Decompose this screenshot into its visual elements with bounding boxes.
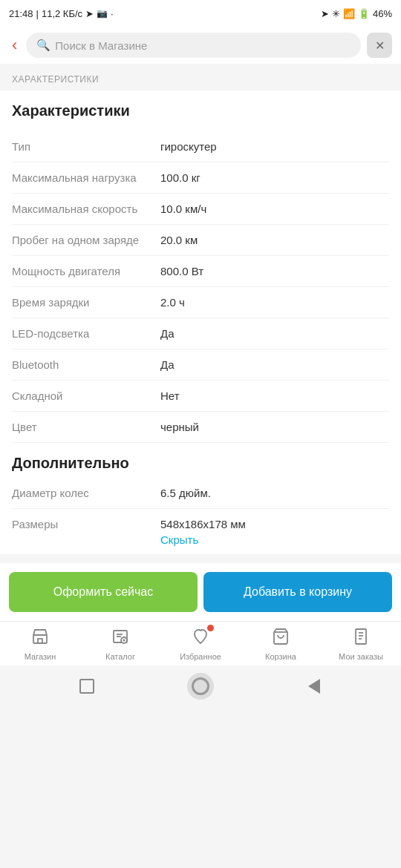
signal-icon: 📶 [343, 8, 355, 19]
time: 21:48 [9, 8, 33, 19]
android-nav [0, 665, 401, 707]
spec-row: Bluetooth Да [12, 349, 389, 381]
main-content: Характеристики Тип гироскутер Максимальн… [0, 91, 401, 554]
spec-label-2: Максимальная скорость [12, 201, 160, 217]
nav-label-favorites: Избранное [180, 652, 221, 661]
svg-rect-9 [356, 629, 366, 644]
spec-row: Пробег на одном заряде 20.0 км [12, 225, 389, 256]
spec-row: Складной Нет [12, 381, 389, 412]
battery-percent: 46% [373, 8, 392, 19]
network-info: 11,2 КБ/с [42, 8, 82, 19]
store-icon [31, 628, 49, 650]
spec-value-2: 10.0 км/ч [160, 201, 389, 217]
svg-rect-1 [38, 639, 42, 643]
spec-value-9: черный [160, 419, 389, 435]
search-bar: ‹ 🔍 Поиск в Магазине ✕ [0, 27, 401, 64]
bottom-buttons: Оформить сейчас Добавить в корзину [0, 563, 401, 621]
spec-value-size: 548х186х178 мм [160, 518, 246, 530]
spec-value-0: гироскутер [160, 139, 389, 154]
spec-label-0: Тип [12, 139, 160, 154]
spec-value-bluetooth: Да [160, 357, 389, 372]
spec-label-size: Размеры [12, 516, 160, 532]
spec-row: Время зарядки 2.0 ч [12, 287, 389, 318]
back-button[interactable]: ‹ [9, 33, 20, 58]
section-header: ХАРАКТЕРИСТИКИ [0, 64, 401, 91]
status-left: 21:48 | 11,2 КБ/с ➤ 📷 · [9, 8, 114, 19]
bluetooth-icon: ✳ [332, 8, 340, 19]
spec-label-bluetooth: Bluetooth [12, 357, 160, 372]
spec-row: Цвет черный [12, 412, 389, 443]
spec-row: LED-подсветка Да [12, 318, 389, 349]
android-home-button[interactable] [187, 673, 214, 700]
order-button[interactable]: Оформить сейчас [9, 572, 198, 612]
status-bar: 21:48 | 11,2 КБ/с ➤ 📷 · ➤ ✳ 📶 🔋 46% [0, 0, 401, 27]
spec-label-3: Пробег на одном заряде [12, 232, 160, 248]
gps-icon: ➤ [321, 8, 329, 19]
nav-item-favorites[interactable]: Избранное [178, 628, 223, 661]
spec-label-wheel: Диаметр колес [12, 485, 160, 501]
nav-label-cart: Корзина [265, 652, 296, 661]
home-circle-icon [192, 677, 209, 695]
spec-row: Тип гироскутер [12, 131, 389, 162]
nav-item-cart[interactable]: Корзина [258, 628, 303, 661]
android-back-button[interactable] [301, 673, 327, 700]
spec-label-9: Цвет [12, 419, 160, 435]
spec-value-5: 2.0 ч [160, 295, 389, 310]
nav-label-catalog: Каталог [105, 652, 135, 661]
dot-icon: · [111, 8, 114, 19]
status-right: ➤ ✳ 📶 🔋 46% [321, 8, 392, 19]
cart-button[interactable]: Добавить в корзину [203, 572, 392, 612]
search-placeholder: Поиск в Магазине [55, 39, 147, 52]
spec-value-6: Да [160, 326, 389, 341]
additional-title: Дополнительно [12, 455, 389, 472]
close-icon: ✕ [375, 39, 385, 53]
spec-value-wheel: 6.5 дюйм. [160, 485, 389, 501]
spec-value-1: 100.0 кг [160, 170, 389, 185]
orders-icon [352, 628, 370, 650]
spec-row: Диаметр колес 6.5 дюйм. [12, 478, 389, 509]
nav-label-orders: Мои заказы [339, 652, 383, 661]
spec-label-1: Максимальная нагрузка [12, 170, 160, 185]
characteristics-title: Характеристики [12, 102, 389, 119]
hide-link[interactable]: Скрыть [160, 533, 198, 546]
back-triangle-icon [308, 679, 320, 694]
network-speed: | [36, 8, 39, 19]
spec-value-8: Нет [160, 388, 389, 404]
nav-item-catalog[interactable]: Каталог [98, 628, 143, 661]
spec-label-4: Мощность двигателя [12, 263, 160, 279]
nav-item-store[interactable]: Магазин [18, 628, 62, 661]
favorites-badge [207, 625, 214, 631]
clear-button[interactable]: ✕ [367, 33, 392, 58]
spec-label-8: Складной [12, 388, 160, 404]
spec-row: Мощность двигателя 800.0 Вт [12, 256, 389, 287]
catalog-icon [111, 628, 129, 650]
battery-icon: 🔋 [358, 8, 370, 19]
spec-row: Максимальная нагрузка 100.0 кг [12, 162, 389, 194]
search-input-wrapper[interactable]: 🔍 Поиск в Магазине [26, 33, 361, 58]
cart-nav-icon [272, 628, 290, 650]
spec-row: Размеры 548х186х178 мм Скрыть [12, 509, 389, 554]
bottom-nav: Магазин Каталог Избранное [0, 621, 401, 665]
spec-row: Максимальная скорость 10.0 км/ч [12, 194, 389, 225]
nav-item-orders[interactable]: Мои заказы [339, 628, 383, 661]
home-icon [187, 673, 214, 700]
spec-label-6: LED-подсветка [12, 326, 160, 341]
spec-value-4: 800.0 Вт [160, 263, 389, 279]
spec-value-3: 20.0 км [160, 232, 389, 248]
square-icon [79, 679, 94, 694]
spec-label-5: Время зарядки [12, 295, 160, 310]
location-icon: ➤ [85, 8, 94, 19]
search-icon: 🔍 [36, 39, 50, 52]
nav-label-store: Магазин [25, 652, 56, 661]
favorites-icon [192, 628, 209, 650]
android-square-button[interactable] [74, 673, 100, 700]
instagram-icon: 📷 [97, 8, 108, 19]
